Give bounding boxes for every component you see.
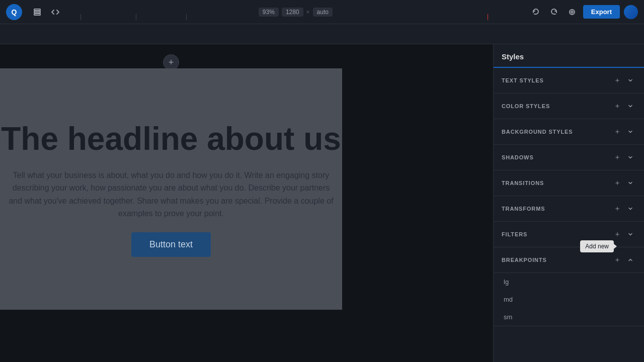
panel-title: Styles bbox=[502, 52, 636, 67]
breakpoint-sm[interactable]: sm bbox=[494, 308, 644, 326]
background-styles-title: BACKGROUND STYLES bbox=[502, 129, 612, 135]
plus-icon: + bbox=[169, 57, 174, 68]
width-input[interactable]: 1280 bbox=[282, 8, 303, 17]
height-input[interactable]: auto bbox=[313, 8, 333, 17]
shadows-section: SHADOWS ＋ bbox=[494, 145, 644, 170]
breakpoints-section: BREAKPOINTS ＋ lg md sm bbox=[494, 247, 644, 326]
transforms-add-button[interactable]: ＋ bbox=[612, 203, 623, 214]
transitions-title: TRANSITIONS bbox=[502, 180, 612, 186]
code-icon[interactable] bbox=[48, 5, 62, 19]
breakpoints-collapse-button[interactable] bbox=[625, 254, 636, 265]
sec-nav-item-1[interactable] bbox=[6, 35, 22, 44]
text-styles-section: TEXT STYLES ＋ bbox=[494, 68, 644, 94]
color-styles-add-button[interactable]: ＋ bbox=[612, 101, 623, 112]
headline-text: The headline about us bbox=[0, 121, 342, 156]
panel-header: Styles bbox=[494, 44, 644, 68]
breakpoints-header[interactable]: BREAKPOINTS ＋ bbox=[494, 247, 644, 273]
background-styles-add-button[interactable]: ＋ bbox=[612, 126, 623, 137]
svg-rect-2 bbox=[34, 14, 40, 15]
transforms-expand-button[interactable] bbox=[625, 203, 636, 214]
background-styles-expand-button[interactable] bbox=[625, 126, 636, 137]
topbar: Q 93% 1280 × auto Export bbox=[0, 0, 644, 24]
user-avatar[interactable] bbox=[624, 5, 638, 19]
color-styles-actions: ＋ bbox=[612, 101, 636, 112]
filters-title: FILTERS bbox=[502, 231, 612, 237]
shadows-expand-button[interactable] bbox=[625, 152, 636, 163]
breakpoints-title: BREAKPOINTS bbox=[502, 257, 612, 263]
filters-section: FILTERS ＋ bbox=[494, 222, 644, 247]
sec-nav-item-2[interactable] bbox=[22, 35, 38, 44]
transforms-header[interactable]: TRANSFORMS ＋ bbox=[494, 196, 644, 221]
transforms-title: TRANSFORMS bbox=[502, 206, 612, 212]
text-styles-header[interactable]: TEXT STYLES ＋ bbox=[494, 68, 644, 93]
filters-expand-button[interactable] bbox=[625, 229, 636, 240]
body-text: Tell what your business is about, what y… bbox=[0, 169, 342, 220]
secondary-nav bbox=[0, 24, 644, 44]
background-styles-section: BACKGROUND STYLES ＋ bbox=[494, 119, 644, 145]
transforms-section: TRANSFORMS ＋ bbox=[494, 196, 644, 222]
page-section: The headline about us Tell what your bus… bbox=[0, 68, 342, 310]
breakpoint-lg[interactable]: lg bbox=[494, 273, 644, 291]
text-styles-expand-button[interactable] bbox=[625, 75, 636, 86]
main-content: + The headline about us Tell what your b… bbox=[0, 44, 644, 362]
background-styles-header[interactable]: BACKGROUND STYLES ＋ bbox=[494, 119, 644, 144]
filters-header[interactable]: FILTERS ＋ bbox=[494, 222, 644, 247]
dim-separator: × bbox=[306, 9, 310, 16]
svg-rect-0 bbox=[34, 9, 40, 11]
color-styles-expand-button[interactable] bbox=[625, 101, 636, 112]
transitions-add-button[interactable]: ＋ bbox=[612, 177, 623, 189]
color-styles-title: COLOR STYLES bbox=[502, 103, 612, 109]
text-styles-actions: ＋ bbox=[612, 75, 636, 86]
filters-add-button[interactable]: ＋ bbox=[612, 229, 623, 240]
right-panel: Styles TEXT STYLES ＋ COLOR STYL bbox=[493, 44, 644, 362]
canvas-area[interactable]: + The headline about us Tell what your b… bbox=[0, 44, 493, 362]
layers-icon[interactable] bbox=[30, 5, 44, 19]
export-button[interactable]: Export bbox=[583, 5, 620, 19]
transforms-actions: ＋ bbox=[612, 203, 636, 214]
text-styles-title: TEXT STYLES bbox=[502, 77, 612, 83]
topbar-center: 93% 1280 × auto bbox=[68, 8, 523, 17]
breakpoints-add-button[interactable]: ＋ bbox=[612, 254, 623, 265]
filters-actions: ＋ bbox=[612, 229, 636, 240]
preview-button[interactable] bbox=[565, 5, 579, 19]
panel-body: TEXT STYLES ＋ COLOR STYLES ＋ bbox=[494, 68, 644, 362]
undo-button[interactable] bbox=[529, 5, 543, 19]
breakpoints-actions: ＋ bbox=[612, 254, 636, 265]
topbar-tools bbox=[30, 5, 62, 19]
text-styles-add-button[interactable]: ＋ bbox=[612, 75, 623, 86]
transitions-header[interactable]: TRANSITIONS ＋ bbox=[494, 170, 644, 196]
topbar-right: Export bbox=[529, 5, 638, 19]
transitions-section: TRANSITIONS ＋ bbox=[494, 170, 644, 196]
sec-nav-item-3[interactable] bbox=[38, 35, 54, 44]
background-styles-actions: ＋ bbox=[612, 126, 636, 137]
shadows-header[interactable]: SHADOWS ＋ bbox=[494, 145, 644, 170]
shadows-actions: ＋ bbox=[612, 152, 636, 163]
svg-rect-1 bbox=[34, 11, 40, 13]
add-new-tooltip: Add new bbox=[580, 240, 614, 252]
transitions-expand-button[interactable] bbox=[625, 177, 636, 189]
zoom-control[interactable]: 93% bbox=[259, 8, 279, 17]
app-logo[interactable]: Q bbox=[6, 4, 22, 20]
svg-point-4 bbox=[571, 11, 573, 13]
svg-point-3 bbox=[570, 10, 575, 15]
cta-button[interactable]: Button text bbox=[131, 232, 211, 257]
color-styles-section: COLOR STYLES ＋ bbox=[494, 94, 644, 119]
breakpoint-md[interactable]: md bbox=[494, 291, 644, 308]
color-styles-header[interactable]: COLOR STYLES ＋ bbox=[494, 94, 644, 119]
shadows-add-button[interactable]: ＋ bbox=[612, 152, 623, 163]
shadows-title: SHADOWS bbox=[502, 154, 612, 160]
transitions-actions: ＋ bbox=[612, 177, 636, 189]
redo-button[interactable] bbox=[547, 5, 561, 19]
